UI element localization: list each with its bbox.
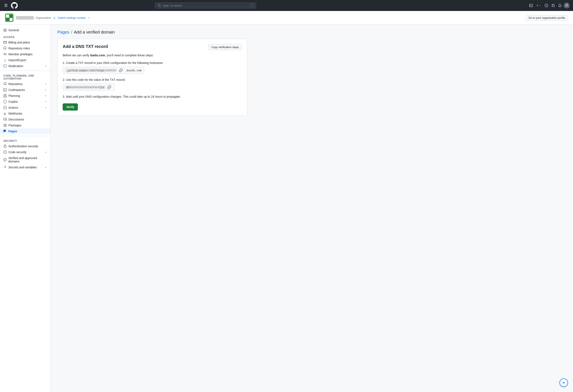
sidebar-codespaces-label: Codespaces	[8, 88, 25, 91]
org-profile-button[interactable]: Go to your organization profile	[526, 15, 568, 21]
copy-verification-button[interactable]: Copy verification steps	[208, 44, 242, 50]
chevron-right-2-icon	[45, 89, 47, 91]
domain-name: baidu.com	[90, 53, 105, 57]
org-name: org	[16, 16, 34, 20]
search-bar[interactable]: Type / to search /	[155, 2, 256, 8]
breadcrumb-separator: /	[71, 30, 72, 35]
txt-value: 99••••••••••••••••••12e	[65, 86, 105, 89]
sidebar-divider	[0, 71, 51, 71]
chevron-down-small-icon	[87, 17, 90, 19]
repository-icon	[3, 82, 7, 86]
shield-icon	[3, 64, 7, 68]
sidebar-item-member-privileges[interactable]: Member privileges	[0, 51, 51, 57]
hamburger-button[interactable]: ☰	[3, 2, 8, 9]
sidebar: General Access Billing and plans Reposit…	[0, 25, 51, 392]
txt-value-field: 99••••••••••••••••••12e	[63, 84, 115, 91]
sidebar-import-export-label: Import/Export	[8, 58, 26, 62]
card-title: Add a DNS TXT record	[63, 44, 108, 49]
sidebar-item-auth-security[interactable]: Authentication security	[0, 143, 51, 149]
sidebar-item-repository[interactable]: Repository	[0, 81, 51, 87]
intro-text: Before we can verify baidu.com, you'll n…	[63, 53, 242, 57]
sidebar-item-webhooks[interactable]: Webhooks	[0, 110, 51, 116]
verify-button[interactable]: Verify	[63, 103, 78, 110]
step2-label: 2. Use this code for the value of the TX…	[63, 78, 242, 81]
chevron-right-5-icon	[45, 106, 47, 109]
sidebar-moderation-label: Moderation	[8, 64, 23, 68]
sidebar-item-billing[interactable]: Billing and plans	[0, 39, 51, 45]
notifications-button[interactable]	[557, 2, 563, 8]
codespaces-icon	[3, 88, 7, 91]
intro-before: Before we can verify	[63, 53, 90, 57]
code-security-icon	[3, 150, 7, 154]
sidebar-item-packages[interactable]: Packages	[0, 122, 51, 128]
copilot-icon	[3, 100, 7, 103]
packages-icon	[3, 124, 7, 127]
org-avatar	[5, 14, 14, 22]
search-kbd: /	[250, 4, 253, 7]
sidebar-item-general[interactable]: General	[0, 27, 51, 33]
search-icon	[158, 4, 161, 7]
issues-button[interactable]	[543, 2, 549, 8]
sidebar-item-moderation[interactable]: Moderation	[0, 63, 51, 69]
sidebar-packages-label: Packages	[8, 124, 21, 127]
code-section-label: Code, planning, and automation	[0, 72, 51, 81]
pulls-button[interactable]	[550, 2, 556, 8]
intro-after: , you'll need to complete these steps:	[105, 53, 154, 57]
sidebar-item-actions[interactable]: Actions	[0, 105, 51, 110]
github-logo[interactable]	[11, 2, 18, 9]
terminal-button[interactable]	[528, 2, 534, 8]
sidebar-verified-domains-label: Verified and approved domains	[8, 156, 47, 163]
org-type: Organization	[36, 16, 51, 19]
copy-icon	[119, 69, 123, 72]
pages-icon	[3, 129, 7, 133]
sidebar-billing-label: Billing and plans	[8, 41, 30, 44]
chevron-right-icon	[45, 83, 47, 85]
step-3: 3. Wait until your DNS configuration cha…	[63, 95, 242, 98]
sidebar-code-security-label: Code security	[8, 150, 27, 154]
sidebar-item-pages[interactable]: Pages	[0, 128, 51, 134]
ai-badge-text: Ai	[562, 381, 565, 384]
switch-icon	[53, 16, 56, 19]
lock-icon	[3, 144, 7, 148]
sidebar-item-secrets[interactable]: Secrets and variables	[0, 164, 51, 170]
sidebar-item-planning[interactable]: Planning	[0, 93, 51, 99]
sidebar-item-discussions[interactable]: Discussions	[0, 116, 51, 122]
breadcrumb-parent[interactable]: Pages	[57, 30, 70, 35]
verified-icon	[3, 158, 7, 161]
copy-hostname-button[interactable]	[118, 68, 124, 72]
access-section-label: Access	[0, 33, 51, 39]
topnav-right: +	[528, 2, 570, 9]
sidebar-auth-security-label: Authentication security	[8, 144, 38, 148]
sidebar-item-import-export[interactable]: Import/Export	[0, 57, 51, 63]
credit-card-icon	[3, 41, 7, 44]
hostname-suffix: .baidu.com	[125, 69, 142, 72]
step-2: 2. Use this code for the value of the TX…	[63, 78, 242, 91]
avatar[interactable]	[564, 2, 570, 8]
card-header: Add a DNS TXT record Copy verification s…	[63, 44, 242, 50]
org-info: org Organization Switch settings context	[5, 14, 90, 22]
switch-context-link[interactable]: Switch settings context	[58, 16, 86, 19]
step3-text: 3. Wait until your DNS configuration cha…	[63, 95, 242, 98]
main-layout: General Access Billing and plans Reposit…	[0, 25, 573, 392]
sidebar-item-repo-roles[interactable]: Repository roles	[0, 45, 51, 51]
org-header: org Organization Switch settings context…	[0, 11, 573, 25]
ai-badge[interactable]: Ai	[559, 378, 568, 387]
sidebar-repository-label: Repository	[8, 82, 23, 86]
gear-icon	[3, 29, 7, 32]
plus-button[interactable]: +	[535, 2, 543, 9]
step-1: 1. Create a TXT record in your DNS confi…	[63, 61, 242, 74]
sidebar-actions-label: Actions	[8, 106, 18, 109]
sidebar-planning-label: Planning	[8, 94, 20, 97]
people-icon	[3, 53, 7, 56]
hostname-value: _github-pages-challenge-••••••	[65, 69, 117, 72]
copy-txt-button[interactable]	[107, 85, 112, 89]
sidebar-item-codespaces[interactable]: Codespaces	[0, 87, 51, 93]
actions-icon	[3, 106, 7, 109]
sidebar-item-verified-domains[interactable]: Verified and approved domains	[0, 155, 51, 164]
sidebar-item-copilot[interactable]: Copilot	[0, 99, 51, 105]
planning-icon	[3, 94, 7, 97]
sidebar-divider-2	[0, 136, 51, 136]
chevron-right-6-icon	[45, 151, 47, 153]
sidebar-item-code-security[interactable]: Code security	[0, 149, 51, 155]
chevron-down-icon	[539, 4, 541, 7]
